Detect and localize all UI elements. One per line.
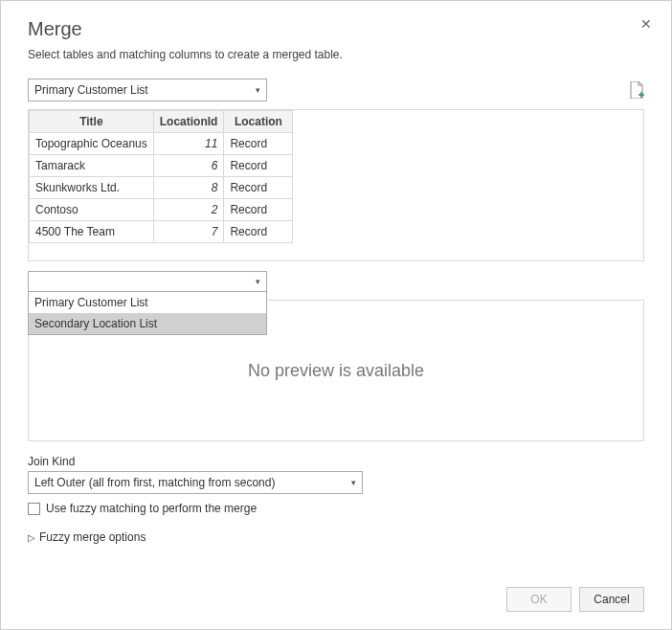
table-row[interactable]: Contoso2Record xyxy=(30,199,293,221)
dropdown-option[interactable]: Secondary Location List xyxy=(29,313,266,334)
fuzzy-matching-row[interactable]: Use fuzzy matching to perform the merge xyxy=(28,502,644,515)
cancel-button[interactable]: Cancel xyxy=(579,587,644,612)
chevron-down-icon: ▾ xyxy=(256,85,260,95)
table-row[interactable]: Skunkworks Ltd.8Record xyxy=(30,177,293,199)
chevron-right-icon: ▷ xyxy=(28,532,35,543)
first-table-select[interactable]: Primary Customer List ▾ xyxy=(28,79,267,101)
dialog-subtitle: Select tables and matching columns to cr… xyxy=(28,48,644,61)
first-table-selected: Primary Customer List xyxy=(34,83,148,97)
table-row[interactable]: Topographic Oceanus11Record xyxy=(30,133,293,155)
table-row[interactable]: 4500 The Team7Record xyxy=(30,221,293,243)
add-from-file-icon[interactable] xyxy=(629,81,644,99)
table-row[interactable]: Tamarack6Record xyxy=(30,155,293,177)
fuzzy-options-label: Fuzzy merge options xyxy=(39,530,146,544)
second-table-select[interactable]: ▾ Primary Customer List Secondary Locati… xyxy=(28,271,267,292)
first-table-preview: Title LocationId Location Topographic Oc… xyxy=(28,109,644,261)
preview-table: Title LocationId Location Topographic Oc… xyxy=(29,110,293,243)
dropdown-option[interactable]: Primary Customer List xyxy=(29,292,266,313)
col-header[interactable]: Title xyxy=(30,111,154,133)
no-preview-message: No preview is available xyxy=(248,361,424,381)
col-header[interactable]: Location xyxy=(224,111,293,133)
chevron-down-icon: ▾ xyxy=(351,478,356,487)
join-kind-select[interactable]: Left Outer (all from first, matching fro… xyxy=(28,471,363,494)
dialog-title: Merge xyxy=(28,18,644,40)
table-header-row: Title LocationId Location xyxy=(30,111,293,133)
merge-dialog: ✕ Merge Select tables and matching colum… xyxy=(0,0,672,630)
ok-button[interactable]: OK xyxy=(506,587,571,612)
join-kind-label: Join Kind xyxy=(28,455,644,468)
second-table-options: Primary Customer List Secondary Location… xyxy=(28,292,267,335)
fuzzy-matching-label: Use fuzzy matching to perform the merge xyxy=(46,502,257,515)
close-icon[interactable]: ✕ xyxy=(640,16,652,32)
join-kind-value: Left Outer (all from first, matching fro… xyxy=(34,476,275,489)
chevron-down-icon: ▾ xyxy=(256,277,260,286)
fuzzy-options-expander[interactable]: ▷ Fuzzy merge options xyxy=(28,530,644,544)
fuzzy-matching-checkbox[interactable] xyxy=(28,503,40,515)
col-header[interactable]: LocationId xyxy=(153,111,224,133)
